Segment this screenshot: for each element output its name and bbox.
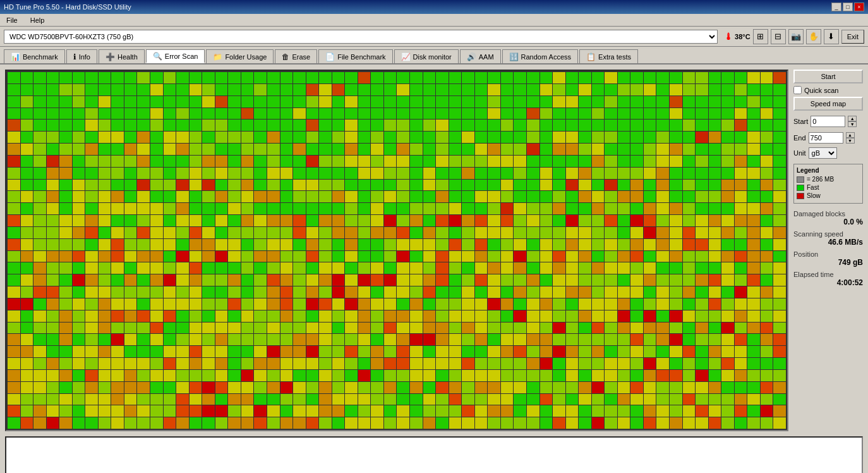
- minimize-button[interactable]: _: [831, 3, 841, 11]
- icon-button-5[interactable]: ⬇: [824, 29, 839, 44]
- speed-map-button[interactable]: Speed map: [793, 97, 863, 111]
- grid-cell: [630, 227, 643, 238]
- grid-cell: [592, 203, 605, 214]
- grid-cell: [384, 203, 397, 214]
- grid-cell: [228, 144, 241, 155]
- grid-cell: [85, 405, 98, 417]
- exit-button[interactable]: Exit: [841, 30, 864, 44]
- grid-cell: [371, 394, 383, 405]
- grid-cell: [384, 322, 397, 334]
- grid-cell: [747, 215, 760, 226]
- grid-cell: [267, 120, 280, 131]
- grid-cell: [190, 180, 202, 191]
- grid-cell: [254, 215, 267, 226]
- close-button[interactable]: ×: [854, 3, 864, 11]
- grid-cell: [85, 346, 98, 357]
- drive-select[interactable]: WDC WD7500BPVT-60HXZT3 (750 gB): [4, 30, 718, 44]
- grid-cell: [85, 108, 98, 120]
- icon-button-1[interactable]: ⊞: [753, 29, 768, 44]
- icon-button-4[interactable]: ✋: [806, 29, 821, 44]
- start-button[interactable]: Start: [793, 70, 863, 83]
- end-spin-down[interactable]: ▼: [846, 138, 855, 144]
- grid-cell: [241, 346, 254, 357]
- grid-cell: [773, 144, 786, 155]
- stats-box: Damaged blocks 0.0 % Scanning speed 46.6…: [793, 210, 863, 287]
- grid-cell: [527, 405, 539, 417]
- start-spin-up[interactable]: ▲: [848, 116, 857, 121]
- grid-cell: [423, 334, 436, 345]
- grid-cell: [436, 334, 449, 345]
- start-input[interactable]: [811, 116, 845, 127]
- grid-cell: [683, 168, 696, 179]
- grid-cell: [683, 251, 696, 262]
- grid-cell: [137, 322, 150, 334]
- grid-cell: [124, 262, 137, 274]
- icon-button-3[interactable]: 📷: [788, 29, 804, 44]
- grid-cell: [164, 168, 176, 179]
- tab-aam[interactable]: 🔊 AAM: [460, 49, 501, 63]
- grid-cell: [761, 180, 773, 191]
- grid-cell: [488, 96, 500, 108]
- maximize-button[interactable]: □: [843, 3, 853, 11]
- grid-cell: [241, 405, 254, 417]
- grid-cell: [397, 227, 409, 238]
- grid-cell: [747, 334, 760, 345]
- grid-cell: [553, 405, 565, 417]
- tab-bar: 📊 Benchmark ℹ Info ➕ Health 🔍 Error Scan…: [0, 47, 868, 64]
- grid-cell: [85, 96, 98, 108]
- icon-button-2[interactable]: ⊟: [771, 29, 786, 44]
- grid-cell: [21, 108, 33, 120]
- grid-cell: [644, 394, 656, 405]
- grid-cell: [566, 120, 579, 131]
- grid-cell: [501, 322, 514, 334]
- grid-cell: [137, 239, 150, 250]
- grid-cell: [358, 310, 371, 322]
- grid-cell: [501, 251, 514, 262]
- tab-folder-usage[interactable]: 📁 Folder Usage: [206, 49, 274, 63]
- grid-cell: [176, 310, 189, 322]
- tab-error-scan[interactable]: 🔍 Error Scan: [146, 49, 205, 63]
- grid-cell: [462, 382, 474, 393]
- tab-info[interactable]: ℹ Info: [66, 49, 97, 63]
- grid-cell: [176, 286, 189, 298]
- grid-cell: [747, 156, 760, 167]
- damaged-blocks-value: 0.0 %: [793, 218, 863, 226]
- status-bar: [5, 436, 863, 473]
- tab-disk-monitor[interactable]: 📈 Disk monitor: [394, 49, 459, 63]
- grid-cell: [618, 417, 630, 429]
- tab-erase[interactable]: 🗑 Erase: [275, 49, 317, 63]
- tab-benchmark[interactable]: 📊 Benchmark: [4, 49, 65, 63]
- menu-file[interactable]: File: [4, 16, 20, 25]
- unit-select[interactable]: gB MB sectors: [809, 147, 837, 159]
- end-spin-up[interactable]: ▲: [846, 132, 855, 138]
- grid-cell: [475, 144, 488, 155]
- grid-cell: [8, 96, 20, 108]
- grid-cell: [644, 358, 656, 369]
- tab-extra-tests[interactable]: 📋 Extra tests: [579, 49, 638, 63]
- start-spin-down[interactable]: ▼: [848, 121, 857, 127]
- quick-scan-label: Quick scan: [804, 87, 838, 94]
- disk-monitor-icon: 📈: [401, 52, 411, 61]
- grid-cell: [59, 180, 72, 191]
- tab-file-benchmark[interactable]: 📄 File Benchmark: [318, 49, 392, 63]
- grid-cell: [527, 286, 539, 298]
- grid-cell: [540, 370, 553, 381]
- grid-cell: [670, 322, 682, 334]
- menu-help[interactable]: Help: [28, 16, 47, 25]
- grid-cell: [696, 120, 708, 131]
- grid-cell: [358, 286, 371, 298]
- grid-cell: [21, 96, 33, 108]
- tab-health[interactable]: ➕ Health: [99, 49, 145, 63]
- grid-cell: [85, 84, 98, 95]
- grid-cell: [176, 262, 189, 274]
- grid-cell: [190, 191, 202, 202]
- tab-random-access[interactable]: 🔢 Random Access: [502, 49, 578, 63]
- grid-cell: [747, 84, 760, 95]
- grid-cell: [656, 156, 669, 167]
- grid-cell: [514, 215, 526, 226]
- end-input[interactable]: [809, 132, 843, 144]
- grid-cell: [462, 358, 474, 369]
- grid-cell: [124, 191, 137, 202]
- quick-scan-checkbox[interactable]: [793, 86, 802, 94]
- right-panel: Start Quick scan Speed map Start ▲ ▼ End…: [793, 70, 863, 431]
